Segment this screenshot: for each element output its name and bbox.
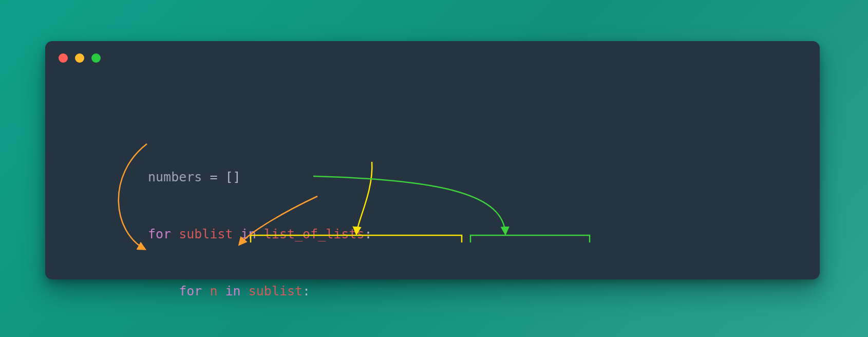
- code-line-3: for n in sublist:: [148, 282, 604, 301]
- token-identifier: sublist: [179, 227, 233, 241]
- close-icon[interactable]: [59, 53, 68, 63]
- code-line-1: numbers = []: [148, 167, 604, 186]
- window-traffic-lights: [59, 53, 101, 63]
- token-assign: =: [202, 170, 225, 184]
- token-keyword: for: [179, 284, 202, 298]
- token-identifier: list_of_lists: [264, 227, 365, 241]
- minimize-icon[interactable]: [75, 53, 84, 63]
- token-keyword: for: [148, 227, 171, 241]
- token-colon: :: [303, 284, 310, 298]
- code-line-2: for sublist in list_of_lists:: [148, 224, 604, 244]
- zoom-icon[interactable]: [91, 53, 101, 63]
- code-block: numbers = [] for sublist in list_of_list…: [148, 129, 604, 337]
- arrow-orange-numbers: [119, 144, 147, 249]
- token-name: numbers: [148, 170, 202, 184]
- token-brackets: []: [225, 170, 241, 184]
- token-identifier: n: [210, 284, 217, 298]
- token-keyword: in: [241, 227, 256, 241]
- token-colon: :: [364, 227, 372, 241]
- token-identifier: sublist: [249, 284, 303, 298]
- token-keyword: in: [225, 284, 241, 298]
- code-window: numbers = [] for sublist in list_of_list…: [45, 41, 820, 279]
